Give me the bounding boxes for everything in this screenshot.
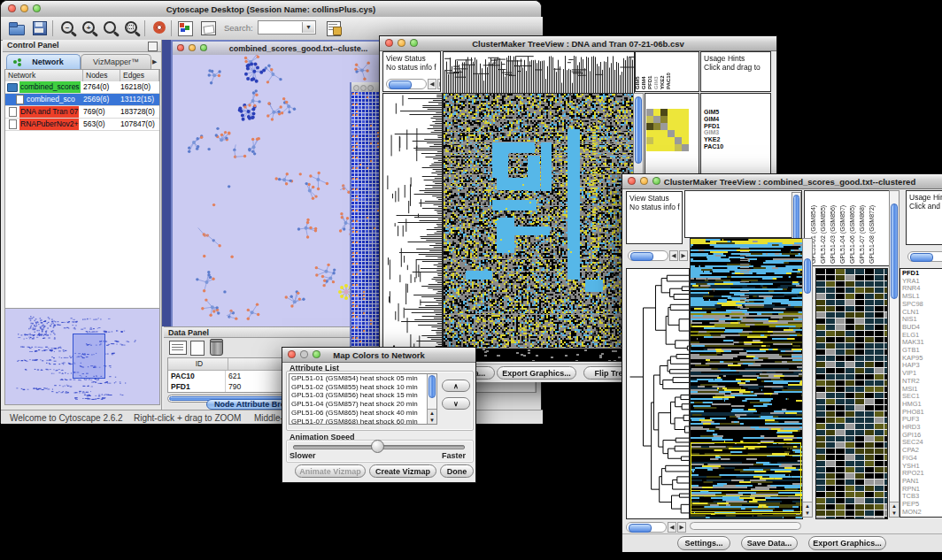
tv1-minimize-button[interactable] [398, 39, 405, 47]
tv2-labels-vscrollbar[interactable]: ▲▼ [889, 190, 900, 518]
open-session-icon[interactable] [8, 19, 27, 37]
matrix-cell[interactable] [682, 130, 689, 137]
matrix-cell[interactable] [682, 144, 689, 151]
matrix-cell[interactable] [675, 144, 682, 151]
tv1-gene-label[interactable]: PAC10 [704, 143, 770, 150]
matrix-cell[interactable] [675, 109, 682, 116]
tab-vizmapper[interactable]: VizMapper™ [81, 54, 151, 69]
cytoscape-titlebar[interactable]: Cytoscape Desktop (Session Name: collins… [1, 1, 541, 18]
matrix-cell[interactable] [668, 137, 675, 144]
matrix-cell[interactable] [646, 130, 653, 137]
network-row[interactable]: combined_sco2569(6)13112(15) [5, 94, 159, 106]
dialog-close-button[interactable] [288, 350, 296, 358]
attribute-browser-icon[interactable] [325, 19, 344, 37]
tv1-zoom-matrix[interactable] [646, 109, 689, 151]
search-dropdown-icon[interactable]: ▼ [302, 22, 314, 33]
annotation-icon[interactable] [199, 19, 218, 37]
datapanel-newdoc-icon[interactable] [190, 341, 205, 356]
dialog-zoom-button[interactable] [313, 350, 320, 358]
matrix-cell[interactable] [653, 116, 660, 123]
attribute-listbox[interactable]: GPL51-01 (GSM854) heat shock 05 minGPL51… [289, 373, 437, 425]
tv1-export-graphics-button[interactable]: Export Graphics... [497, 366, 576, 380]
move-up-button[interactable]: ∧ [442, 380, 470, 392]
tab-overflow-arrow[interactable]: ▶ [152, 54, 160, 69]
matrix-cell[interactable] [660, 116, 668, 123]
tv1-gene-label[interactable]: PFD1 [704, 123, 770, 130]
network-row[interactable]: DNA and Tran 07769(0)183728(0) [5, 106, 159, 119]
help-ring-icon[interactable] [151, 19, 170, 37]
search-input[interactable]: ▼ [258, 20, 316, 35]
tv2-zoom-button[interactable] [652, 177, 660, 185]
attribute-list-item[interactable]: GPL51-06 (GSM865) heat shock 40 min [290, 409, 436, 418]
tv2-status-scrollbar[interactable]: ◀▶ [628, 249, 688, 261]
tv2-minimize-button[interactable] [640, 177, 648, 185]
matrix-cell[interactable] [682, 116, 689, 123]
zoom-selected-icon[interactable] [102, 19, 120, 37]
tv1-column-dendrogram[interactable] [443, 51, 635, 94]
frame2-minimize-button[interactable] [360, 85, 367, 91]
tv2-close-button[interactable] [628, 177, 636, 185]
matrix-cell[interactable] [646, 123, 653, 130]
tv2-heatmap-vscrollbar[interactable]: ▲▼ [802, 238, 813, 518]
matrix-cell[interactable] [675, 137, 682, 144]
tab-network[interactable]: Network [6, 54, 81, 69]
treeview1-titlebar[interactable]: ClusterMaker TreeView : DNA and Tran 07-… [380, 36, 776, 51]
tv2-gene-label[interactable]: MON2 [902, 509, 942, 517]
tv2-hints-scrollbar[interactable]: ◀ [907, 250, 942, 262]
network-overview[interactable] [4, 308, 160, 405]
datapanel-trash-icon[interactable] [210, 341, 223, 356]
zoom-in-icon[interactable]: + [81, 19, 99, 37]
tv2-export-graphics-button[interactable]: Export Graphics... [808, 536, 886, 550]
frame-zoom-button[interactable] [200, 44, 207, 51]
tv1-close-button[interactable] [385, 39, 393, 47]
matrix-cell[interactable] [682, 137, 689, 144]
slider-thumb[interactable] [371, 440, 384, 453]
attribute-list-vscrollbar[interactable]: ▲▼ [427, 374, 436, 424]
animate-vizmap-button[interactable]: Animate Vizmap [295, 464, 366, 478]
datapanel-table-icon[interactable] [169, 341, 187, 355]
tv2-tree-hscrollbar[interactable]: ◀▶ [626, 521, 686, 533]
vizmapper-icon[interactable] [176, 19, 195, 37]
minimize-button[interactable] [20, 4, 28, 12]
tv2-global-heatmap[interactable] [690, 238, 803, 519]
matrix-cell[interactable] [675, 123, 682, 130]
tv1-gene-label[interactable]: GIM3 [704, 129, 770, 136]
attribute-list-item[interactable]: GPL51-04 (GSM857) heat shock 20 min [290, 400, 436, 409]
frame-minimize-button[interactable] [189, 44, 196, 51]
matrix-cell[interactable] [653, 109, 660, 116]
tv1-global-heatmap[interactable] [443, 93, 634, 362]
attribute-list-item[interactable]: GPL51-02 (GSM855) heat shock 10 min [290, 383, 436, 392]
matrix-cell[interactable] [668, 144, 675, 151]
frame-close-button[interactable] [177, 44, 184, 51]
close-button[interactable] [8, 4, 16, 12]
zoom-out-icon[interactable]: − [59, 19, 78, 37]
tv1-gene-label[interactable]: YKE2 [704, 136, 770, 143]
tv2-zoom-heatmap[interactable] [815, 268, 888, 519]
attribute-list-item[interactable]: GPL51-03 (GSM856) heat shock 15 min [290, 391, 436, 400]
tv1-status-scrollbar[interactable]: ◀▶ [386, 78, 441, 89]
attribute-list-item[interactable]: GPL51-01 (GSM854) heat shock 05 min [290, 374, 436, 383]
matrix-cell[interactable] [675, 116, 682, 123]
tv1-gene-dendrogram[interactable] [382, 93, 443, 362]
matrix-cell[interactable] [668, 123, 675, 130]
matrix-cell[interactable] [668, 130, 675, 137]
tv1-gene-label[interactable]: GIM4 [704, 116, 770, 123]
tv1-zoom-button[interactable] [410, 39, 418, 47]
tv2-settings-button[interactable]: Settings... [677, 536, 730, 550]
network-row[interactable]: RNAPuberNov2+563(0)107847(0) [5, 119, 159, 131]
matrix-cell[interactable] [646, 144, 653, 151]
frame2-zoom-button[interactable] [367, 85, 374, 91]
matrix-cell[interactable] [653, 144, 660, 151]
create-vizmap-button[interactable]: Create Vizmap [369, 464, 436, 478]
matrix-cell[interactable] [660, 137, 668, 144]
zoom-fit-icon[interactable] [123, 19, 142, 37]
attribute-list-item[interactable]: GPL51-07 (GSM868) heat shock 60 min [290, 418, 436, 425]
tv1-gene-label[interactable]: GIM5 [704, 109, 770, 116]
tv2-save-data-button[interactable]: Save Data... [741, 536, 798, 550]
tv2-gene-dendrogram[interactable] [626, 268, 690, 519]
matrix-cell[interactable] [646, 109, 653, 116]
matrix-cell[interactable] [682, 123, 689, 130]
tv2-column-tree-area[interactable] [684, 190, 802, 238]
move-down-button[interactable]: ∨ [442, 397, 470, 410]
matrix-cell[interactable] [675, 130, 682, 137]
